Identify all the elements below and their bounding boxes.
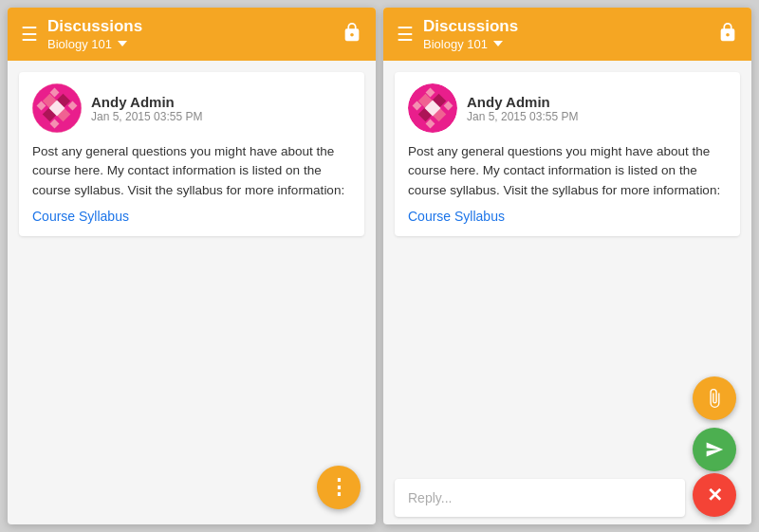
right-header-title: Discussions	[423, 17, 518, 36]
left-post-card: Andy Admin Jan 5, 2015 03:55 PM Post any…	[19, 72, 364, 236]
right-fab-close[interactable]: ✕	[693, 473, 736, 517]
right-post-card: Andy Admin Jan 5, 2015 03:55 PM Post any…	[395, 72, 740, 236]
left-avatar	[32, 83, 82, 133]
left-screen: ☰ Discussions Biology 101	[8, 8, 376, 524]
left-more-dots-icon: ⋮	[328, 477, 350, 498]
left-post-author: Andy Admin	[91, 94, 202, 110]
left-post-date: Jan 5, 2015 03:55 PM	[91, 110, 202, 123]
right-lock-icon	[717, 22, 738, 47]
screens-container: ☰ Discussions Biology 101	[0, 0, 759, 532]
right-chevron-down-icon[interactable]	[493, 41, 503, 46]
right-post-header: Andy Admin Jan 5, 2015 03:55 PM	[408, 83, 727, 133]
right-fab-attach[interactable]	[693, 376, 736, 420]
left-chevron-down-icon[interactable]	[118, 41, 127, 46]
right-subtitle-text: Biology 101	[423, 37, 488, 51]
left-header-left: ☰ Discussions Biology 101	[21, 17, 142, 50]
close-x-icon: ✕	[707, 484, 723, 506]
right-hamburger-icon[interactable]: ☰	[397, 23, 414, 46]
right-post-date: Jan 5, 2015 03:55 PM	[467, 110, 578, 123]
right-screen: ☰ Discussions Biology 101	[383, 8, 751, 524]
left-post-body: Post any general questions you might hav…	[32, 142, 351, 200]
left-post-header: Andy Admin Jan 5, 2015 03:55 PM	[32, 83, 351, 133]
reply-placeholder: Reply...	[408, 490, 452, 505]
right-post-body: Post any general questions you might hav…	[408, 142, 727, 200]
right-header-titles: Discussions Biology 101	[423, 17, 518, 50]
right-course-syllabus-link[interactable]: Course Syllabus	[408, 209, 505, 224]
left-post-meta: Andy Admin Jan 5, 2015 03:55 PM	[91, 94, 202, 123]
right-fab-send[interactable]	[693, 428, 736, 471]
left-lock-icon	[342, 22, 362, 47]
right-avatar	[408, 83, 457, 133]
right-header-left: ☰ Discussions Biology 101	[397, 17, 518, 50]
left-content: Andy Admin Jan 5, 2015 03:55 PM Post any…	[8, 61, 376, 524]
right-content: Andy Admin Jan 5, 2015 03:55 PM Post any…	[383, 61, 751, 524]
left-header-subtitle: Biology 101	[47, 37, 142, 51]
right-header: ☰ Discussions Biology 101	[383, 8, 751, 61]
left-hamburger-icon[interactable]: ☰	[21, 23, 38, 46]
right-post-meta: Andy Admin Jan 5, 2015 03:55 PM	[467, 94, 578, 123]
right-reply-bar[interactable]: Reply...	[395, 479, 685, 517]
left-subtitle-text: Biology 101	[47, 37, 112, 51]
right-header-subtitle: Biology 101	[423, 37, 518, 51]
right-post-author: Andy Admin	[467, 94, 578, 110]
left-course-syllabus-link[interactable]: Course Syllabus	[32, 209, 129, 224]
left-header: ☰ Discussions Biology 101	[8, 8, 376, 61]
left-header-title: Discussions	[47, 17, 142, 36]
left-header-titles: Discussions Biology 101	[47, 17, 142, 50]
left-fab-more[interactable]: ⋮	[317, 466, 361, 509]
